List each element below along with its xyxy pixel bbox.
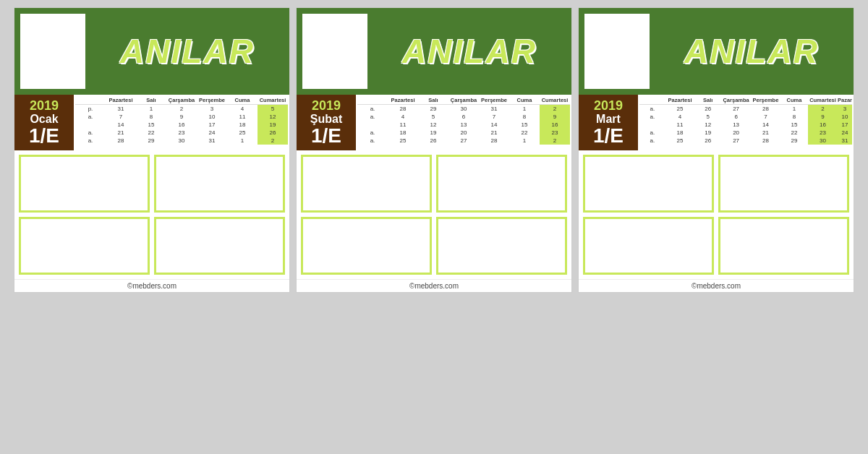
- cal-day: 15: [136, 121, 166, 129]
- cal-year: 2019: [30, 99, 59, 112]
- cal-header-day: Perşembe: [479, 96, 509, 105]
- cal-day: 23: [540, 129, 570, 137]
- cal-day: 2: [258, 137, 288, 145]
- cal-day: 14: [106, 121, 136, 129]
- photo-cell: [436, 155, 567, 213]
- photo-grid: [14, 150, 289, 279]
- page-header: ANILAR: [14, 8, 289, 95]
- cal-day: 28: [388, 105, 418, 113]
- cal-day: 20: [721, 129, 751, 137]
- cal-header-day: Salı: [694, 96, 721, 105]
- cal-day: 16: [540, 121, 570, 129]
- cal-day: 16: [166, 121, 197, 129]
- cal-class: 1/E: [29, 126, 59, 146]
- header-photo: [302, 14, 367, 89]
- photo-cell: [718, 155, 849, 213]
- cal-day: 17: [838, 121, 852, 129]
- cal-day: 11: [388, 121, 418, 129]
- anilar-title: ANILAR: [402, 32, 537, 71]
- cal-day: 30: [448, 105, 479, 113]
- cal-day: 15: [509, 121, 540, 129]
- cal-day: 31: [197, 137, 227, 145]
- page-header: ANILAR: [297, 8, 571, 95]
- cal-day: 4: [388, 113, 418, 121]
- cal-day: 18: [388, 129, 418, 137]
- cal-day: 9: [808, 113, 838, 121]
- header-title-area: ANILAR: [367, 8, 571, 95]
- cal-header-day: Salı: [136, 96, 166, 105]
- cal-day: 28: [751, 137, 780, 145]
- cal-header-day: Cuma: [227, 96, 258, 105]
- cal-day: 11: [227, 113, 258, 121]
- cal-day: 16: [808, 121, 838, 129]
- cal-day: 19: [258, 121, 288, 129]
- cal-day: 1: [136, 105, 166, 113]
- cal-header-day: Pazartesi: [106, 96, 136, 105]
- cal-day: 9: [540, 113, 570, 121]
- header-photo: [20, 14, 85, 89]
- cal-day: 25: [665, 137, 694, 145]
- cal-header-day: Cumartesi: [258, 96, 288, 105]
- photo-cell: [301, 155, 432, 213]
- cal-header-day: Pazar: [838, 96, 852, 105]
- cal-day: 22: [780, 129, 808, 137]
- cal-day: 21: [106, 129, 136, 137]
- cal-year: 2019: [312, 99, 341, 112]
- cal-day: 30: [808, 137, 838, 145]
- cal-day: 10: [838, 113, 852, 121]
- cal-day: 26: [694, 137, 721, 145]
- cal-day: 7: [106, 113, 136, 121]
- cal-day: 11: [665, 121, 694, 129]
- photo-cell: [583, 217, 714, 275]
- cal-day: 1: [227, 137, 258, 145]
- cal-day: 6: [721, 113, 751, 121]
- cal-day: 4: [227, 105, 258, 113]
- cal-day: 27: [448, 137, 479, 145]
- cal-day: 23: [166, 129, 197, 137]
- cal-day: 18: [227, 121, 258, 129]
- cal-day: 25: [227, 129, 258, 137]
- cal-day: 31: [106, 105, 136, 113]
- cal-header-day: Cuma: [509, 96, 540, 105]
- cal-day: 5: [418, 113, 448, 121]
- cal-class: 1/E: [311, 126, 341, 146]
- cal-header-day: Pazartesi: [388, 96, 418, 105]
- photo-grid: [579, 150, 854, 279]
- page-mart: ANILAR2019Mart1/EPazartesiSalıÇarşambaPe…: [578, 7, 854, 293]
- photo-cell: [19, 155, 150, 213]
- cal-header-day: Çarşamba: [166, 96, 197, 105]
- cal-day: 5: [694, 113, 721, 121]
- cal-header-day: Çarşamba: [721, 96, 751, 105]
- cal-day: 28: [106, 137, 136, 145]
- cal-day: 19: [694, 129, 721, 137]
- cal-day: 2: [540, 105, 570, 113]
- cal-day: 31: [479, 105, 509, 113]
- cal-day: 3: [838, 105, 852, 113]
- cal-day: 1: [509, 105, 540, 113]
- anilar-title: ANILAR: [684, 32, 819, 71]
- photo-cell: [154, 217, 285, 275]
- cal-day: 29: [418, 105, 448, 113]
- cal-day: 8: [780, 113, 808, 121]
- cal-day: 7: [479, 113, 509, 121]
- cal-header-day: Cumartesi: [540, 96, 570, 105]
- cal-day: 2: [808, 105, 838, 113]
- photo-cell: [436, 217, 567, 275]
- cal-day: 3: [197, 105, 227, 113]
- cal-day: 14: [751, 121, 780, 129]
- page-footer: ©mebders.com: [297, 279, 571, 292]
- cal-day: 8: [509, 113, 540, 121]
- photo-cell: [583, 155, 714, 213]
- cal-day: 21: [479, 129, 509, 137]
- cal-day: 4: [665, 113, 694, 121]
- calendar-left: 2019Şubat1/E: [297, 95, 356, 150]
- cal-year: 2019: [594, 99, 623, 112]
- cal-day: 2: [166, 105, 197, 113]
- calendar-section: 2019Şubat1/EPazartesiSalıÇarşambaPerşemb…: [297, 95, 571, 150]
- cal-day: 2: [540, 137, 570, 145]
- cal-header-day: Pazartesi: [665, 96, 694, 105]
- cal-day: 13: [448, 121, 479, 129]
- photo-cell: [154, 155, 285, 213]
- calendar-grid: PazartesiSalıÇarşambaPerşembeCumaCumarte…: [356, 95, 571, 150]
- cal-day: 23: [808, 129, 838, 137]
